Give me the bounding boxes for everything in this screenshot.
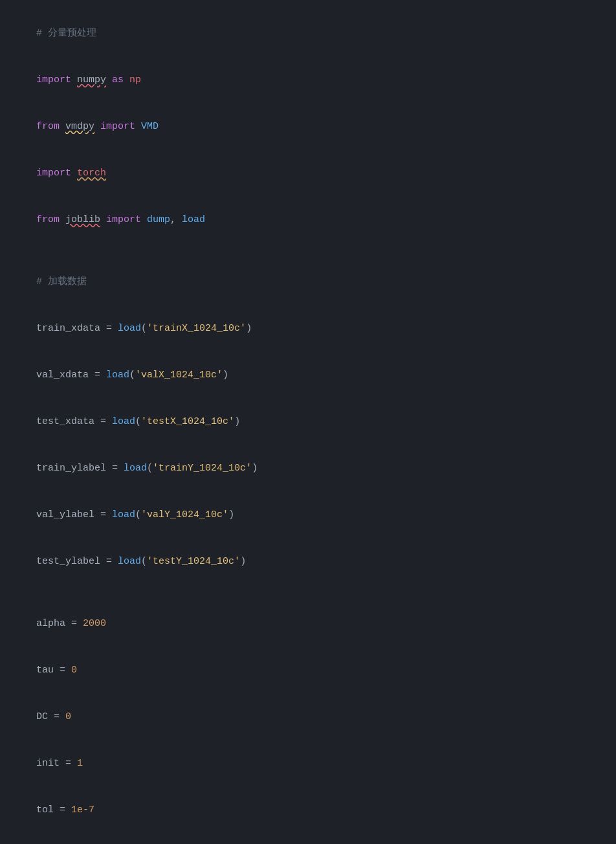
code-editor: # 分量预处理 import numpy as np from vmdpy im… [0, 0, 616, 844]
line-val-xdata: val_xdata = load('valX_1024_10c') [0, 352, 616, 399]
line-test-xdata: test_xdata = load('testX_1024_10c') [0, 399, 616, 445]
line-train-xdata: train_xdata = load('trainX_1024_10c') [0, 305, 616, 352]
blank-1 [0, 243, 616, 259]
blank-2 [0, 585, 616, 601]
line-test-ylabel: test_ylabel = load('testY_1024_10c') [0, 539, 616, 585]
line-train-ylabel: train_ylabel = load('trainY_1024_10c') [0, 445, 616, 492]
line-val-ylabel: val_ylabel = load('valY_1024_10c') [0, 492, 616, 539]
line-dc: DC = 0 [0, 694, 616, 740]
line-init: init = 1 [0, 740, 616, 787]
line-import-torch: import torch [0, 150, 616, 197]
line-from-vmdpy: from vmdpy import VMD [0, 104, 616, 150]
line-tol: tol = 1e-7 [0, 787, 616, 834]
line-comment-load: # 加载数据 [0, 259, 616, 305]
line-from-joblib: from joblib import dump, load [0, 197, 616, 243]
line-comment-params: # -----参数--------- [0, 834, 616, 844]
line-import-numpy: import numpy as np [0, 57, 616, 104]
line-comment-1: # 分量预处理 [0, 10, 616, 57]
line-alpha: alpha = 2000 [0, 601, 616, 647]
line-tau: tau = 0 [0, 647, 616, 694]
